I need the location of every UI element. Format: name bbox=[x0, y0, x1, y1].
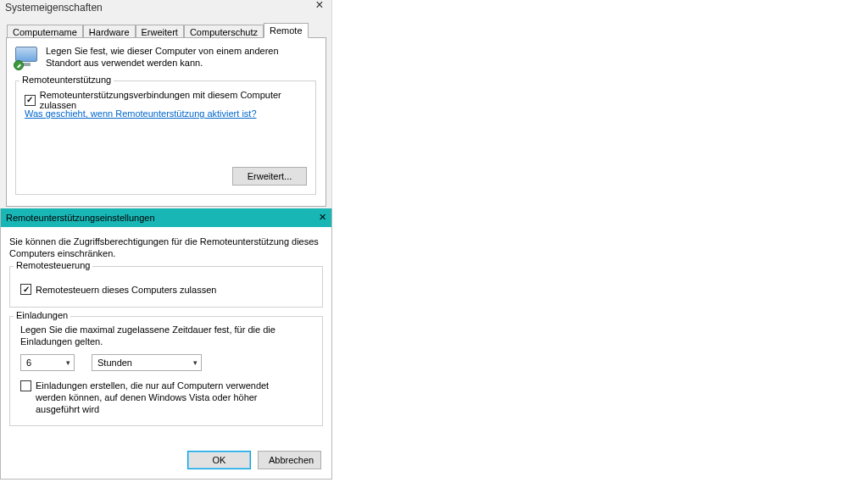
duration-amount-select[interactable]: 6 ▾ bbox=[20, 354, 75, 371]
duration-unit-value: Stunden bbox=[97, 358, 132, 368]
tab-body-remote: Legen Sie fest, wie dieser Computer von … bbox=[6, 37, 326, 207]
dialog-button-row: OK Abbrechen bbox=[187, 451, 321, 469]
window-title: Systemeigenschaften bbox=[5, 2, 103, 14]
window2-titlebar: Remoteunterstützungseinstellungen × bbox=[1, 208, 331, 227]
window2-description: Sie können die Zugriffsberechtigungen fü… bbox=[9, 236, 323, 259]
vista-only-checkbox[interactable] bbox=[20, 380, 31, 391]
remote-description: Legen Sie fest, wie dieser Computer von … bbox=[46, 45, 300, 69]
chevron-down-icon: ▾ bbox=[193, 358, 198, 367]
allow-remote-control-row[interactable]: ✓ Remotesteuern dieses Computers zulasse… bbox=[20, 284, 312, 295]
cancel-button[interactable]: Abbrechen bbox=[258, 451, 321, 469]
chevron-down-icon: ▾ bbox=[66, 358, 70, 367]
group-legend: Einladungen bbox=[14, 310, 70, 320]
duration-unit-select[interactable]: Stunden ▾ bbox=[92, 354, 202, 371]
remote-computer-icon bbox=[14, 45, 41, 72]
allow-remote-assistance-label: Remoteunterstützungsverbindungen mit die… bbox=[40, 90, 315, 110]
window2-body: Sie können die Zugriffsberechtigungen fü… bbox=[1, 227, 331, 478]
tab-remote[interactable]: Remote bbox=[264, 23, 309, 38]
allow-remote-assistance-row[interactable]: ✓ Remoteunterstützungsverbindungen mit d… bbox=[25, 90, 315, 110]
invitations-description: Legen Sie die maximal zugelassene Zeitda… bbox=[20, 324, 312, 347]
ok-button[interactable]: OK bbox=[187, 451, 251, 469]
invitations-group: Einladungen Legen Sie die maximal zugela… bbox=[9, 316, 323, 426]
duration-row: 6 ▾ Stunden ▾ bbox=[20, 354, 312, 371]
allow-remote-control-checkbox[interactable]: ✓ bbox=[20, 284, 31, 295]
allow-remote-control-label: Remotesteuern dieses Computers zulassen bbox=[36, 285, 216, 295]
remote-control-group: Remotesteuerung ✓ Remotesteuern dieses C… bbox=[9, 266, 323, 308]
remote-assistance-group: Remoteunterstützung ✓ Remoteunterstützun… bbox=[15, 80, 316, 195]
vista-only-label: Einladungen erstellen, die nur auf Compu… bbox=[36, 380, 298, 415]
close-icon[interactable]: × bbox=[311, 0, 328, 14]
duration-amount-value: 6 bbox=[26, 358, 31, 368]
window2-title: Remoteunterstützungseinstellungen bbox=[6, 213, 155, 223]
vista-only-row[interactable]: Einladungen erstellen, die nur auf Compu… bbox=[20, 380, 312, 415]
remote-assistance-help-link[interactable]: Was geschieht, wenn Remoteunterstützung … bbox=[25, 108, 257, 119]
system-properties-window: Systemeigenschaften × Computername Hardw… bbox=[0, 0, 332, 208]
group-legend: Remoteunterstützung bbox=[19, 75, 114, 85]
tabs: Computername Hardware Erweitert Computer… bbox=[7, 21, 309, 38]
allow-remote-assistance-checkbox[interactable]: ✓ bbox=[25, 95, 36, 106]
remote-description-row: Legen Sie fest, wie dieser Computer von … bbox=[14, 45, 300, 72]
group-legend: Remotesteuerung bbox=[14, 260, 92, 270]
close-icon[interactable]: × bbox=[319, 209, 326, 224]
advanced-button[interactable]: Erweitert... bbox=[232, 167, 307, 186]
remote-assistance-settings-window: Remoteunterstützungseinstellungen × Sie … bbox=[0, 208, 332, 480]
